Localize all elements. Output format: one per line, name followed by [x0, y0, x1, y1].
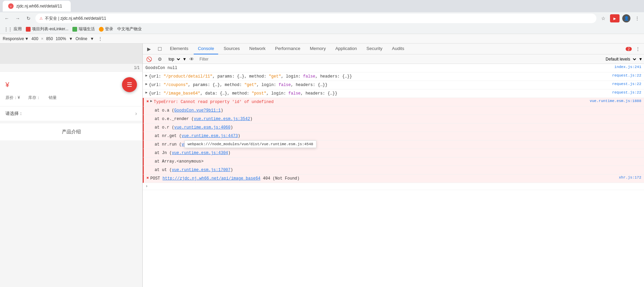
- console-source-link[interactable]: request.js:22: [609, 73, 641, 78]
- tab-audits[interactable]: Audits: [388, 44, 408, 54]
- expand-arrow[interactable]: ▶: [145, 73, 147, 78]
- console-line-stacktrace: at ut (vue.runtime.esm.js:17007): [143, 166, 644, 174]
- tab-application[interactable]: Application: [331, 44, 361, 54]
- select-row[interactable]: 请选择： ›: [0, 106, 142, 121]
- console-text: at nr.get (vue.runtime.esm.js:4473): [155, 133, 641, 139]
- console-line: ▶ {url: "/product/detail/11", params: {……: [143, 72, 644, 81]
- webpage-top-gray: [0, 44, 142, 64]
- tab-title: zjdc.nj.wh66.net/detail/11: [16, 4, 62, 9]
- chevron-right-icon: ›: [135, 111, 137, 117]
- youtube-button[interactable]: ▶: [610, 14, 620, 22]
- stack-link[interactable]: vue.runtime.esm.js:4473: [181, 134, 238, 138]
- tab-bar: z zjdc.nj.wh66.net/detail/11: [0, 0, 644, 12]
- bookmark-login[interactable]: 登录: [99, 26, 113, 32]
- stack-link[interactable]: vue.runtime.esm.js:4304: [172, 151, 228, 155]
- console-settings-button[interactable]: ⚙: [155, 54, 164, 64]
- error-icon: ✖: [146, 175, 149, 181]
- stack-link[interactable]: vue.runtime.esm.js:17007: [172, 168, 230, 172]
- network-dropdown-arrow: ▼: [90, 36, 94, 41]
- fab-icon: ☰: [127, 81, 132, 88]
- console-line-stacktrace: at o.e._render (vue.runtime.esm.js:3542): [143, 115, 644, 123]
- console-line: ▶ {url: "/coupons", params: {…}, method:…: [143, 81, 644, 89]
- zoom-value: 100%: [56, 36, 66, 41]
- devtools-toolbar: ▶ ☐ Elements Console Sources Network Per…: [143, 44, 644, 54]
- menu-button[interactable]: ⋮: [633, 14, 641, 22]
- tab-sources[interactable]: Sources: [220, 44, 244, 54]
- clear-console-button[interactable]: 🚫: [144, 54, 154, 64]
- console-text: {url: "/coupons", params: {…}, method: "…: [149, 82, 608, 88]
- console-text: GoodsCon null: [145, 65, 610, 71]
- levels-selector[interactable]: Default levels: [603, 56, 637, 63]
- tooltip-box: webpack:///node_modules/vue/dist/vue.run…: [185, 140, 316, 148]
- main-area: 1/1 ¥ ☰ 原价：¥ 库存： 销量 请选择： › 产品介绍: [0, 44, 644, 287]
- console-source-link[interactable]: request.js:22: [609, 82, 641, 86]
- tab-memory[interactable]: Memory: [306, 44, 330, 54]
- bookmark-apps[interactable]: ⋮⋮ 应用: [4, 26, 22, 32]
- console-source-link[interactable]: index.js:241: [612, 65, 641, 69]
- fab-button[interactable]: ☰: [122, 77, 137, 92]
- bookmark-zhongwen[interactable]: 中文地产物业: [117, 26, 142, 32]
- url-display: 不安全 | zjdc.nj.wh66.net/detail/11: [45, 16, 106, 21]
- back-button[interactable]: ←: [3, 14, 11, 22]
- product-intro-label: 产品介绍: [62, 129, 81, 134]
- console-line-post-error: ✖ POST http://zjdc.nj.wh66.net/api/image…: [143, 174, 644, 183]
- console-text: TypeError: Cannot read property 'id' of …: [154, 99, 586, 105]
- price-details: 原价：¥ 库存： 销量: [5, 95, 137, 101]
- ruinao-favicon: [72, 27, 77, 32]
- stack-link[interactable]: GoodsCon.vue?9b11:1: [174, 108, 221, 113]
- security-icon: ⚠: [39, 16, 43, 21]
- console-line-stacktrace: at Array.<anonymous>: [143, 157, 644, 166]
- inspect-element-button[interactable]: ▶: [144, 44, 154, 54]
- tab-console[interactable]: Console: [194, 44, 218, 54]
- zhongwen-label: 中文地产物业: [117, 26, 142, 32]
- expand-arrow[interactable]: ▶: [150, 99, 152, 103]
- console-source-link[interactable]: xhr.js:172: [616, 175, 641, 180]
- tab-performance[interactable]: Performance: [271, 44, 304, 54]
- eye-button[interactable]: 👁: [188, 55, 195, 63]
- stack-link[interactable]: vue.runtime.esm.js:3542: [194, 117, 250, 121]
- tab-elements[interactable]: Elements: [166, 44, 192, 54]
- browser-controls: ← → ↻ ⚠ 不安全 | zjdc.nj.wh66.net/detail/11…: [0, 12, 644, 24]
- post-error-link[interactable]: http://zjdc.nj.wh66.net/api/image_base64: [162, 176, 260, 181]
- tab-security[interactable]: Security: [362, 44, 386, 54]
- tab-network[interactable]: Network: [245, 44, 270, 54]
- reload-button[interactable]: ↻: [24, 14, 33, 22]
- product-intro-section: 产品介绍: [0, 121, 142, 140]
- bookmark-ruinao[interactable]: 瑞瑙生活: [72, 26, 95, 32]
- error-count-badge: 2: [626, 47, 632, 51]
- console-line-stacktrace-tooltip: at nr.run (vue.runtime.esm.js:4548) webp…: [143, 140, 644, 149]
- profile-button[interactable]: 👤: [622, 14, 630, 22]
- eolinker-favicon: [26, 27, 31, 32]
- context-selector[interactable]: top: [166, 56, 181, 63]
- select-label: 请选择：: [5, 111, 23, 117]
- height-value: 850: [46, 36, 53, 41]
- bookmarks-bar: ⋮⋮ 应用 项目列表-eoLinker... 瑞瑙生活 登录 中文地产物业: [0, 24, 644, 34]
- filter-input[interactable]: [197, 55, 602, 63]
- devtools-right-controls: 2 ⋮: [624, 44, 643, 54]
- console-source-link[interactable]: request.js:22: [609, 90, 641, 95]
- console-source-link[interactable]: vue.runtime.esm.js:1888: [587, 99, 641, 103]
- console-line: ▶ {url: "/image_base64", data: {…}, meth…: [143, 89, 644, 98]
- error-icon: ✖: [146, 99, 149, 104]
- browser-tab[interactable]: z zjdc.nj.wh66.net/detail/11: [3, 1, 71, 12]
- console-line: GoodsCon null index.js:241: [143, 64, 644, 72]
- console-text: at ut (vue.runtime.esm.js:17007): [155, 167, 641, 173]
- forward-button[interactable]: →: [14, 14, 22, 22]
- device-toolbar-button[interactable]: ☐: [155, 44, 164, 54]
- address-bar[interactable]: ⚠ 不安全 | zjdc.nj.wh66.net/detail/11: [35, 14, 596, 23]
- original-price-label: 原价：¥: [5, 95, 20, 101]
- console-text: at o.r (vue.runtime.esm.js:4060): [155, 124, 641, 131]
- expand-arrow[interactable]: ▶: [145, 82, 147, 86]
- bookmark-eolinker[interactable]: 项目列表-eoLinker...: [26, 26, 68, 32]
- browser-actions: ☆ ▶ 👤 ⋮: [599, 14, 641, 22]
- responsive-mode: Responsive: [3, 36, 24, 41]
- stack-link[interactable]: vue.runtime.esm.js:4060: [174, 125, 231, 130]
- responsive-bar: Responsive ▼ 400 × 850 100% ▼ Online ▼ ⋮: [0, 34, 644, 44]
- responsive-dropdown[interactable]: Responsive ▼: [3, 36, 29, 41]
- prompt-arrow: ›: [145, 184, 148, 189]
- expand-arrow[interactable]: ▶: [145, 90, 147, 95]
- devtools-more-button[interactable]: ⋮: [633, 44, 643, 54]
- page-counter: 1/1: [0, 64, 142, 71]
- devtools-panel: ▶ ☐ Elements Console Sources Network Per…: [143, 44, 644, 287]
- bookmark-button[interactable]: ☆: [599, 14, 607, 22]
